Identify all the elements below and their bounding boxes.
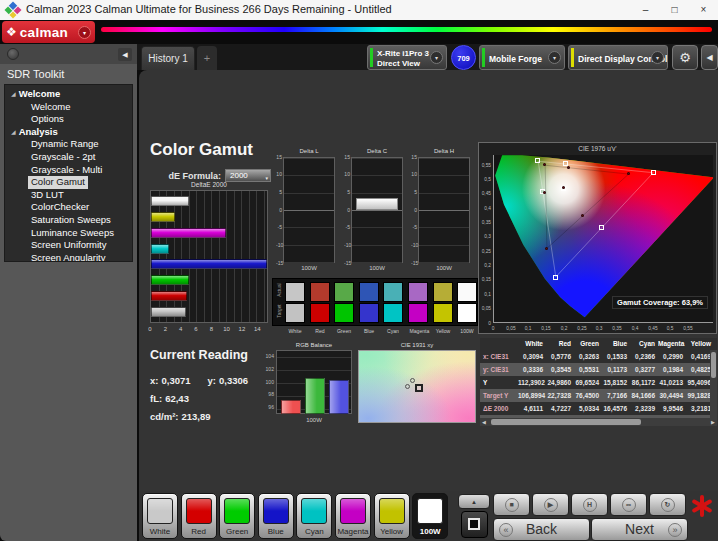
patch-button-cyan[interactable]: Cyan (296, 493, 332, 539)
patch-label: White (143, 527, 177, 536)
back-button[interactable]: « Back (493, 518, 590, 541)
deltae-x-axis: 02468101214 (150, 326, 268, 334)
patch-button-yellow[interactable]: Yellow (374, 493, 410, 539)
delta-bar (356, 198, 398, 210)
rgb-bar-green (305, 378, 325, 414)
gridline (284, 245, 334, 246)
patch-button-white[interactable]: White (142, 493, 178, 539)
chevron-down-icon[interactable]: ▾ (651, 51, 664, 64)
patch-button-red[interactable]: Red (181, 493, 217, 539)
sidebar-item-saturation-sweeps[interactable]: Saturation Sweeps (5, 214, 132, 227)
sidebar-item-color-gamut[interactable]: Color Gamut (5, 176, 132, 189)
scroll-left-icon[interactable]: ◀ (480, 419, 488, 425)
sidebar-item-options[interactable]: Options (5, 113, 132, 126)
scrollbar-track[interactable] (489, 419, 708, 425)
scrollbar-thumb[interactable] (491, 419, 641, 425)
gridline (352, 245, 402, 246)
target-swatch (310, 303, 330, 323)
sidebar-item-label: Screen Uniformity (28, 239, 110, 252)
y-value: 0,3306 (219, 375, 248, 386)
chevron-down-icon[interactable]: ▾ (548, 51, 561, 64)
sidebar-item-screen-uniformity[interactable]: Screen Uniformity (5, 239, 132, 252)
chevron-down-icon[interactable]: ▾ (430, 51, 443, 64)
stop-pattern-button[interactable] (461, 511, 488, 538)
sidebar: ◀ SDR Toolkit ◢WelcomeWelcomeOptions◢Ana… (0, 44, 137, 541)
gear-icon[interactable]: ⚙ (672, 45, 698, 70)
sidebar-item-label: Dynamic Range (28, 138, 102, 151)
actual-swatch (433, 282, 453, 302)
bar-row (151, 196, 267, 206)
colorspace-badge[interactable]: 709 (451, 45, 476, 70)
table-cell: 0,3094 (518, 350, 546, 363)
tree-section-analysis[interactable]: ◢Analysis (5, 126, 132, 139)
rainbow-strip (101, 27, 712, 32)
sidebar-item-dynamic-range[interactable]: Dynamic Range (5, 138, 132, 151)
bar-row (151, 291, 267, 301)
patch-button-blue[interactable]: Blue (258, 493, 294, 539)
sidebar-item-colorchecker[interactable]: ColorChecker (5, 201, 132, 214)
close-button[interactable]: × (689, 0, 718, 20)
tab-history-1[interactable]: History 1 (141, 46, 195, 70)
table-cell: 0,3263 (574, 350, 602, 363)
patch-button-100w[interactable]: 100W (412, 493, 448, 539)
patch-button-green[interactable]: Green (219, 493, 255, 539)
scrollbar-thumb[interactable] (711, 352, 716, 378)
sidebar-header: ◀ (0, 44, 137, 64)
actual-label: Actual (277, 280, 282, 299)
calman-window: Calman 2023 Calman Ultimate for Business… (0, 0, 718, 541)
patch-button-magenta[interactable]: Magenta (335, 493, 371, 539)
pattern-window-up-button[interactable]: ▲ (458, 494, 490, 509)
column-header: Red (546, 338, 574, 350)
next-button[interactable]: Next » (591, 518, 688, 541)
meter-status-bar (370, 48, 373, 67)
swatch-column-yellow (433, 282, 453, 323)
workflow-menu-button[interactable] (7, 48, 19, 60)
rgb-bar-red (281, 400, 301, 414)
window-title: Calman 2023 Calman Ultimate for Business… (26, 3, 392, 15)
rgb-bar-blue (329, 380, 349, 414)
add-tab-button[interactable]: + (197, 46, 217, 70)
continuous-read-button[interactable]: ∞ (610, 493, 647, 516)
current-reading-xy: x:0,3071y:0,3306 (150, 375, 251, 386)
logo-menu-arrow-icon[interactable]: ▾ (78, 26, 91, 39)
table-vertical-scrollbar[interactable] (710, 350, 717, 418)
actual-swatch (383, 282, 403, 302)
read-series-button[interactable]: H (571, 493, 608, 516)
sidebar-collapse-button[interactable]: ◀ (118, 48, 132, 61)
meter-dropdown[interactable]: X-Rite i1Pro 3 Direct View ▾ (367, 45, 447, 70)
stop-measure-button[interactable]: ■ (493, 493, 530, 516)
sidebar-item-luminance-sweeps[interactable]: Luminance Sweeps (5, 227, 132, 240)
gridline (284, 175, 334, 176)
deltae-bars (151, 191, 267, 322)
y-tick-label: 0,5 (481, 177, 491, 182)
sidebar-item-grayscale-2pt[interactable]: Grayscale - 2pt (5, 151, 132, 164)
sidebar-item-3d-lut[interactable]: 3D LUT (5, 189, 132, 202)
gridline (284, 158, 334, 159)
tree-section-welcome[interactable]: ◢Welcome (5, 88, 132, 101)
back-chevron-icon: « (499, 523, 513, 537)
patch-label: Blue (259, 527, 293, 536)
sidebar-item-welcome[interactable]: Welcome (5, 101, 132, 114)
x-tick-label: 6 (194, 326, 197, 332)
play-measure-button[interactable]: ▶ (532, 493, 569, 516)
sidebar-item-grayscale-multi[interactable]: Grayscale - Multi (5, 164, 132, 177)
deltae-chart-title: DeltaE 2000 (150, 181, 268, 188)
calman-logo-button[interactable]: ❖ calman ▾ (2, 21, 95, 43)
refresh-button[interactable]: ↻ (649, 493, 686, 516)
table-cell: 7,7166 (602, 389, 630, 402)
y-tick-label: 15 (411, 154, 417, 159)
y-tick-label: 100 (264, 379, 274, 384)
circle-marker (410, 378, 415, 383)
scroll-right-icon[interactable]: ▶ (709, 419, 717, 425)
source-dropdown[interactable]: Mobile Forge ▾ (479, 45, 565, 70)
sidebar-item-screen-angularity[interactable]: Screen Angularity (5, 252, 132, 262)
target-swatch (285, 303, 305, 323)
sidebar-item-label: Welcome (28, 101, 73, 114)
y-tick-label: 15 (276, 154, 282, 159)
minimize-button[interactable]: – (631, 0, 660, 20)
collapse-panel-button[interactable]: ◀ (701, 45, 718, 70)
cie1931-plot (358, 350, 476, 423)
table-horizontal-scrollbar[interactable]: ◀ ▶ (480, 418, 717, 426)
display-control-dropdown[interactable]: Direct Display Control ▾ (568, 45, 668, 70)
maximize-button[interactable]: □ (660, 0, 689, 20)
